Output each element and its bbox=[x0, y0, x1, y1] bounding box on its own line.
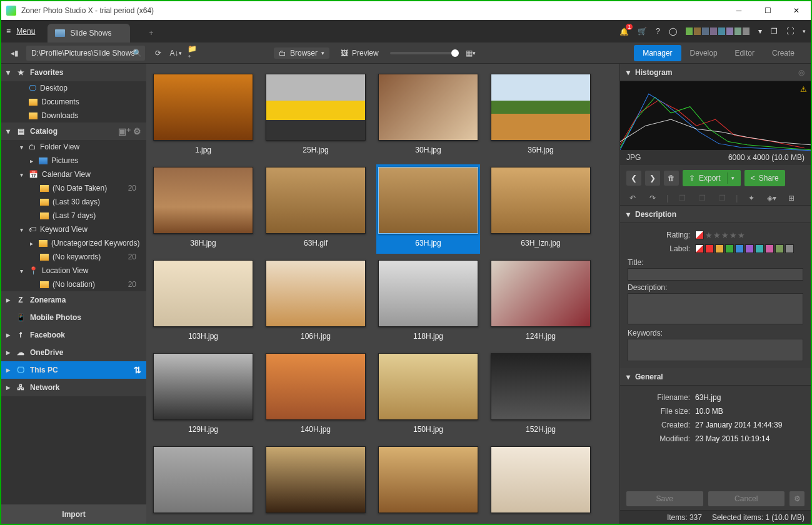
thumbnail-item[interactable] bbox=[489, 444, 593, 524]
thumbnail-item[interactable] bbox=[376, 444, 480, 524]
calendar-last30[interactable]: (Last 30 days) bbox=[1, 195, 146, 209]
chevron-down-icon[interactable]: ▾ bbox=[803, 28, 806, 34]
description-header[interactable]: ▾Description bbox=[620, 206, 811, 223]
fullscreen-icon[interactable]: ⛶ bbox=[786, 27, 794, 36]
thumbnail-grid[interactable]: 1.jpg25H.jpg30H.jpg36H.jpg38H.jpg63H.gif… bbox=[146, 64, 619, 524]
add-to-catalog-icon[interactable]: ▣⁺ ⚙ bbox=[118, 126, 141, 136]
mode-create[interactable]: Create bbox=[763, 45, 803, 61]
new-folder-icon[interactable]: 📁⁺ bbox=[188, 48, 199, 59]
preview-button[interactable]: 🖼 Preview bbox=[336, 48, 384, 59]
rotate-left-icon[interactable]: ↶ bbox=[626, 194, 639, 202]
thumbnail-item[interactable]: 36H.jpg bbox=[489, 71, 593, 161]
notifications-button[interactable]: 🔔 1 bbox=[619, 26, 629, 36]
thumbnail-item[interactable] bbox=[151, 444, 255, 524]
delete-button[interactable]: 🗑 bbox=[664, 171, 679, 186]
thumbnail-item[interactable]: 63H.gif bbox=[264, 164, 368, 254]
general-header[interactable]: ▾General bbox=[620, 368, 811, 386]
thispc-header[interactable]: ▸🖵This PC⇅ bbox=[1, 361, 146, 379]
catalog-header[interactable]: ▾▤ Catalog ▣⁺ ⚙ bbox=[1, 122, 146, 140]
favorites-header[interactable]: ▾★ Favorites bbox=[1, 64, 146, 81]
search-icon[interactable]: 🔍 bbox=[131, 48, 143, 59]
thumbnail-image bbox=[378, 167, 478, 234]
histogram-header[interactable]: ▾Histogram◎ bbox=[620, 64, 811, 81]
settings-button[interactable]: ⚙ bbox=[789, 491, 804, 506]
minimize-button[interactable]: ─ bbox=[724, 1, 753, 20]
rotate-right-icon[interactable]: ↷ bbox=[646, 194, 659, 202]
monitor-icon: 🖵 bbox=[15, 366, 26, 374]
chevron-down-icon[interactable]: ▾ bbox=[758, 27, 762, 36]
calendar-last7[interactable]: (Last 7 days) bbox=[1, 209, 146, 222]
batch-icon[interactable]: ◈▾ bbox=[765, 194, 778, 202]
thumbnail-image bbox=[266, 167, 366, 234]
thumbnail-item[interactable]: 63H_lzn.jpg bbox=[489, 164, 593, 254]
catalog-folder-view[interactable]: ▾🗀Folder View bbox=[1, 140, 146, 154]
close-button[interactable]: ✕ bbox=[782, 1, 811, 20]
thumbnail-item[interactable]: 103H.jpg bbox=[151, 258, 255, 347]
thumbnail-item[interactable]: 129H.jpg bbox=[151, 351, 255, 440]
thumbnail-item[interactable] bbox=[264, 444, 368, 524]
thumbnail-item[interactable]: 30H.jpg bbox=[376, 71, 480, 161]
catalog-pictures[interactable]: ▸Pictures bbox=[1, 154, 146, 168]
back-arrow-icon[interactable]: ◂▮ bbox=[9, 48, 20, 59]
keywords-input[interactable] bbox=[628, 339, 803, 361]
rating-stars[interactable]: ★★★★★ bbox=[705, 231, 746, 240]
title-input[interactable] bbox=[628, 268, 803, 281]
zonerama-header[interactable]: ▸ZZonerama bbox=[1, 291, 146, 309]
onedrive-header[interactable]: ▸☁OneDrive bbox=[1, 344, 146, 361]
rating-swatch[interactable] bbox=[695, 231, 704, 239]
facebook-header[interactable]: ▸fFacebook bbox=[1, 326, 146, 344]
browser-button[interactable]: 🗀 Browser ▾ bbox=[274, 48, 329, 59]
thumbnail-item[interactable]: 38H.jpg bbox=[151, 164, 255, 254]
catalog-calendar-view[interactable]: ▾📅Calendar View bbox=[1, 168, 146, 181]
mobile-header[interactable]: 📱Mobile Photos bbox=[1, 309, 146, 326]
thumbnail-item[interactable]: 25H.jpg bbox=[264, 71, 368, 161]
thumbnail-item[interactable]: 118H.jpg bbox=[376, 258, 480, 347]
sort-icon[interactable]: A↓▾ bbox=[170, 48, 181, 59]
thumbnail-item[interactable]: 150H.jpg bbox=[376, 351, 480, 440]
menu-button[interactable]: ≡ Menu bbox=[6, 27, 35, 36]
share-button[interactable]: <Share bbox=[744, 170, 785, 186]
calendar-no-date[interactable]: (No Date Taken)20 bbox=[1, 181, 146, 195]
quick-fix-icon[interactable]: ✦ bbox=[745, 194, 758, 202]
thumbnail-item[interactable]: 140H.jpg bbox=[264, 351, 368, 440]
cancel-button[interactable]: Cancel bbox=[708, 491, 785, 506]
account-icon[interactable]: ◯ bbox=[669, 27, 677, 36]
tab-add[interactable]: + bbox=[143, 24, 159, 42]
next-image-button[interactable]: ❯ bbox=[645, 171, 660, 186]
refresh-icon[interactable]: ⟳ bbox=[153, 48, 164, 59]
favorites-downloads[interactable]: Downloads bbox=[1, 109, 146, 122]
thumbnail-item[interactable]: 124H.jpg bbox=[489, 258, 593, 347]
thumbnail-size-slider[interactable] bbox=[390, 52, 459, 54]
mode-develop[interactable]: Develop bbox=[681, 45, 726, 61]
cart-icon[interactable]: 🛒 bbox=[638, 27, 647, 36]
favorites-documents[interactable]: Documents bbox=[1, 95, 146, 109]
window-layout-icon[interactable]: ❐ bbox=[771, 27, 778, 36]
thumbnail-item[interactable]: 1.jpg bbox=[151, 71, 255, 161]
location-none[interactable]: (No location)20 bbox=[1, 278, 146, 291]
favorites-desktop[interactable]: 🖵Desktop bbox=[1, 81, 146, 95]
prev-image-button[interactable]: ❮ bbox=[626, 171, 641, 186]
keyword-none[interactable]: (No keywords)20 bbox=[1, 250, 146, 264]
picture-icon: 🖼 bbox=[341, 49, 348, 58]
save-button[interactable]: Save bbox=[626, 491, 703, 506]
thumbnail-item[interactable]: 152H.jpg bbox=[489, 351, 593, 440]
path-input[interactable] bbox=[26, 46, 145, 61]
mode-editor[interactable]: Editor bbox=[726, 45, 763, 61]
grid-view-icon[interactable]: ▦▾ bbox=[465, 48, 476, 59]
thumbnail-item[interactable]: 106H.jpg bbox=[264, 258, 368, 347]
description-input[interactable] bbox=[628, 293, 803, 324]
add-to-icon[interactable]: ⊞ bbox=[785, 194, 798, 202]
catalog-keyword-view[interactable]: ▾🏷Keyword View bbox=[1, 222, 146, 236]
tab-slideshows[interactable]: Slide Shows bbox=[48, 24, 130, 42]
export-button[interactable]: ⇪Export▾ bbox=[683, 170, 741, 186]
maximize-button[interactable]: ☐ bbox=[753, 1, 782, 20]
help-icon[interactable]: ? bbox=[656, 27, 660, 36]
thumbnail-item[interactable]: 63H.jpg bbox=[376, 164, 480, 254]
keyword-uncategorized[interactable]: ▸(Uncategorized Keywords) bbox=[1, 236, 146, 250]
import-button[interactable]: Import bbox=[1, 504, 146, 524]
catalog-location-view[interactable]: ▾📍Location View bbox=[1, 264, 146, 278]
mode-manager[interactable]: Manager bbox=[634, 45, 681, 61]
label-none[interactable] bbox=[695, 244, 704, 253]
color-themes[interactable] bbox=[686, 28, 749, 35]
network-header[interactable]: ▸🖧Network bbox=[1, 379, 146, 396]
